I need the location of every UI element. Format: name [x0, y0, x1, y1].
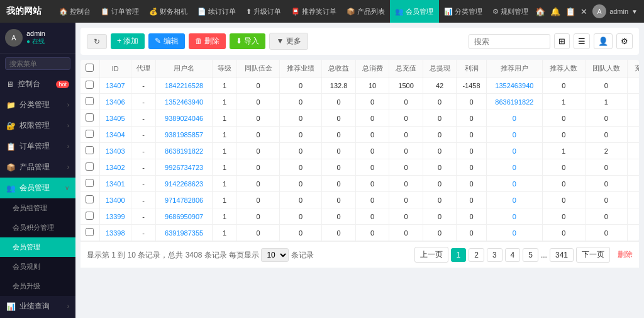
sidebar-item-member-upgrade[interactable]: 会员升级 [0, 276, 75, 296]
header-total-income: 总收益 [322, 60, 356, 77]
table-row: 13402 - 9926734723 1 0 0 0 0 0 0 0 0 0 0… [80, 159, 639, 176]
cell-proxy-4: - [131, 143, 155, 159]
sidebar-item-category[interactable]: 📁分类管理 › [0, 94, 75, 115]
select-all-checkbox[interactable] [86, 64, 94, 72]
more-button[interactable]: ▼ 更多 [269, 33, 308, 50]
nav-item-members[interactable]: 👥 会员管理 [390, 0, 438, 23]
cell-team-gold-7: 0 [237, 192, 280, 208]
cell-proxy-3: - [131, 127, 155, 143]
import-button[interactable]: ⬇ 导入 [230, 33, 265, 49]
sidebar-item-member-manage[interactable]: 会员管理 [0, 237, 75, 257]
cell-team-gold-3: 0 [237, 127, 280, 143]
edit-button[interactable]: ✎ 编辑 [148, 33, 184, 49]
next-page-button[interactable]: 下一页 [576, 247, 610, 263]
page-last-button[interactable]: 341 [550, 248, 574, 262]
nav-item-categories[interactable]: 📊 分类管理 [439, 0, 487, 23]
cell-total-spent-5: 0 [355, 159, 389, 176]
pagination-delete-button[interactable]: 删除 [618, 249, 633, 260]
header-total-spent: 总消费 [355, 60, 389, 77]
page-ellipsis: ... [541, 251, 547, 259]
cell-rec-perf-6: 0 [279, 176, 322, 192]
row-select-2[interactable] [86, 113, 94, 122]
page-1-button[interactable]: 1 [451, 248, 467, 262]
cell-team-count-0: 0 [585, 77, 628, 94]
nav-item-finance[interactable]: 💰 财务相机 [144, 0, 192, 23]
page-controls: 上一页 1 2 3 4 5 ... 341 下一页 删除 [414, 247, 633, 263]
refresh-button[interactable]: ↻ [87, 34, 107, 49]
header-profit: 利润 [457, 60, 486, 77]
nav-item-upgrade[interactable]: ⬆ 升级订单 [241, 0, 286, 23]
admin-chevron-icon[interactable]: ▼ [631, 8, 638, 15]
delete-button[interactable]: 🗑 删除 [189, 33, 226, 49]
sidebar-item-members[interactable]: 👥会员管理 ∨ [0, 178, 75, 198]
admin-name: admin [609, 8, 628, 15]
cell-id-3: 13404 [99, 127, 131, 143]
sidebar-item-member-groups[interactable]: 会员组管理 [0, 198, 75, 218]
cell-total-income-6: 0 [322, 176, 356, 192]
nav-item-orders[interactable]: 📋 订单管理 [96, 0, 144, 23]
permissions-icon: 🔐 [6, 122, 16, 130]
cell-rec-perf-7: 0 [279, 192, 322, 208]
sidebar-item-console[interactable]: 🖥控制台 hot [0, 74, 75, 94]
page-5-button[interactable]: 5 [523, 248, 538, 262]
sidebar-item-member-points[interactable]: 会员积分管理 [0, 218, 75, 237]
header-id: ID [99, 60, 131, 77]
cell-recharge-wallet-5: 0 [628, 159, 639, 176]
sidebar-item-products[interactable]: 📦产品管理 › [0, 157, 75, 178]
row-select-0[interactable] [86, 81, 94, 89]
permissions-arrow-icon: › [67, 122, 69, 129]
cell-level-7: 1 [212, 192, 236, 208]
close-icon[interactable]: ✕ [580, 7, 587, 16]
nav-item-products[interactable]: 📦 产品列表 [341, 0, 390, 23]
page-info-text: 显示第 1 到 10 条记录，总共 3408 条记录 每页显示 [87, 251, 259, 259]
sidebar-item-permissions[interactable]: 🔐权限管理 › [0, 115, 75, 136]
cell-id-2: 13405 [99, 110, 131, 127]
sidebar-item-performance[interactable]: 📊业绩查询 › [0, 296, 75, 317]
table-row: 13405 - 9389024046 1 0 0 0 0 0 0 0 0 0 0… [80, 110, 639, 127]
cell-level-1: 1 [212, 94, 236, 110]
notification-icon[interactable]: 🔔 [550, 7, 560, 16]
settings-button[interactable]: ⚙ [616, 33, 633, 49]
list-view-button[interactable]: ☰ [574, 33, 590, 49]
cell-id-5: 13402 [99, 159, 131, 176]
search-input[interactable] [469, 34, 550, 49]
cell-total-recharge-9: 0 [389, 225, 423, 241]
sidebar-item-orders[interactable]: 📋订单管理 › [0, 136, 75, 157]
grid-view-button[interactable]: ⊞ [554, 33, 570, 49]
cell-profit-2: 0 [457, 110, 486, 127]
row-select-9[interactable] [86, 228, 94, 236]
user-icon-button[interactable]: 👤 [594, 33, 613, 49]
nav-item-console[interactable]: 🏠 控制台 [54, 0, 96, 23]
row-select-5[interactable] [86, 162, 94, 171]
row-select-6[interactable] [86, 179, 94, 187]
page-2-button[interactable]: 2 [469, 248, 484, 262]
list-icon[interactable]: 📋 [565, 7, 575, 16]
page-4-button[interactable]: 4 [505, 248, 521, 262]
nav-item-rules[interactable]: ⚙ 规则管理 [487, 0, 533, 23]
main-content: ↻ + 添加 ✎ 编辑 🗑 删除 ⬇ 导入 ▼ 更多 ⊞ ☰ 👤 ⚙ ID [75, 23, 644, 318]
products-icon: 📦 [6, 163, 16, 172]
home-icon[interactable]: 🏠 [535, 7, 545, 16]
row-select-1[interactable] [86, 97, 94, 105]
sidebar-item-member-rules[interactable]: 会员规则 [0, 257, 75, 276]
cell-total-spent-2: 0 [355, 110, 389, 127]
row-select-4[interactable] [86, 146, 94, 154]
nav-item-renewal[interactable]: 📄 续订订单 [192, 0, 241, 23]
row-select-8[interactable] [86, 212, 94, 220]
nav-item-referral[interactable]: 📮 推荐奖订单 [286, 0, 341, 23]
row-select-3[interactable] [86, 130, 94, 138]
page-size-select[interactable]: 10 20 50 [261, 248, 289, 262]
cell-total-withdraw-9: 0 [423, 225, 457, 241]
header-username: 用户名 [156, 60, 212, 77]
cell-recharge-wallet-9: 0 [628, 225, 639, 241]
table-row: 13406 - 1352463940 1 0 0 0 0 0 0 0 86361… [80, 94, 639, 110]
add-button[interactable]: + 添加 [111, 33, 145, 49]
cell-profit-4: 0 [457, 143, 486, 159]
row-checkbox-9 [80, 225, 99, 241]
prev-page-button[interactable]: 上一页 [414, 247, 448, 263]
sidebar-search-input[interactable] [5, 57, 70, 70]
top-navigation: 我的网站 🏠 控制台 📋 订单管理 💰 财务相机 📄 续订订单 ⬆ 升级订单 📮… [0, 0, 644, 23]
page-3-button[interactable]: 3 [487, 248, 502, 262]
cell-profit-9: 0 [457, 225, 486, 241]
row-select-7[interactable] [86, 195, 94, 203]
